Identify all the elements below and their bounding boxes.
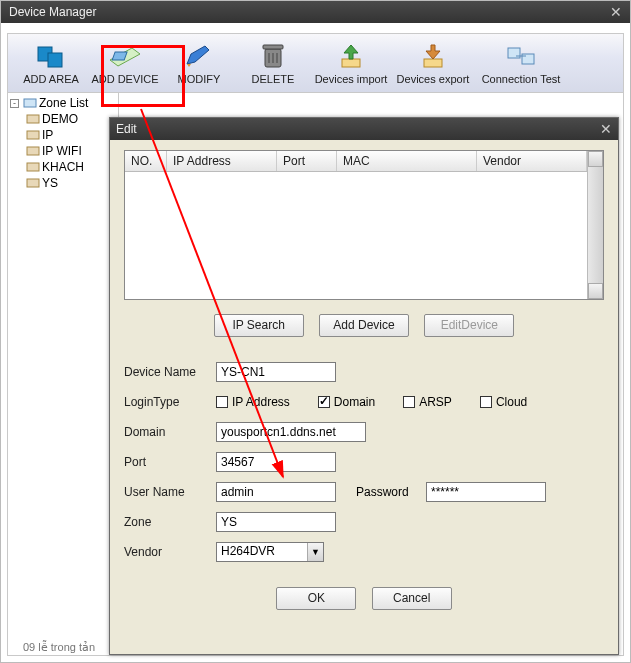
ip-address-checkbox[interactable] [216,396,228,408]
window-title: Device Manager [9,1,96,23]
vendor-value: H264DVR [217,543,307,561]
user-name-input[interactable] [216,482,336,502]
tree-root-label: Zone List [39,96,88,110]
svg-rect-13 [424,59,442,67]
tree-item-label: YS [42,176,58,190]
table-header: NO. IP Address Port MAC Vendor [125,151,587,172]
zone-icon [26,113,40,125]
col-mac[interactable]: MAC [337,151,477,171]
svg-marker-5 [187,64,191,67]
tree-item[interactable]: IP [10,127,116,143]
col-vendor[interactable]: Vendor [477,151,587,171]
user-name-label: User Name [124,485,216,499]
add-area-button[interactable]: ADD AREA [14,41,88,85]
import-icon [310,41,392,71]
domain-label: Domain [124,425,216,439]
svg-rect-23 [27,179,39,187]
cloud-checkbox[interactable] [480,396,492,408]
close-icon[interactable]: ✕ [600,121,612,137]
device-name-input[interactable] [216,362,336,382]
svg-marker-4 [187,46,209,64]
dialog-title: Edit [116,122,137,136]
collapse-icon[interactable]: - [10,99,19,108]
ip-search-button[interactable]: IP Search [214,314,304,337]
modify-icon [162,41,236,71]
zone-label: Zone [124,515,216,529]
svg-rect-11 [342,59,360,67]
arsp-cb-label: ARSP [419,395,452,409]
zone-icon [26,129,40,141]
tree-item[interactable]: IP WIFI [10,143,116,159]
col-port[interactable]: Port [277,151,337,171]
zone-icon [26,177,40,189]
modify-button[interactable]: MODIFY [162,41,236,85]
add-device-icon [88,41,162,71]
connection-test-button[interactable]: Connection Test [474,41,568,85]
dialog-titlebar: Edit ✕ [110,118,618,140]
device-table[interactable]: NO. IP Address Port MAC Vendor [124,150,604,300]
vendor-select[interactable]: H264DVR ▼ [216,542,324,562]
port-input[interactable] [216,452,336,472]
device-name-label: Device Name [124,365,216,379]
tree-item-label: DEMO [42,112,78,126]
port-label: Port [124,455,216,469]
tool-label: ADD DEVICE [88,73,162,85]
scrollbar[interactable] [587,151,603,299]
devices-import-button[interactable]: Devices import [310,41,392,85]
svg-rect-1 [48,53,62,67]
device-form: Device Name LoginType IP Address Domain … [124,357,604,567]
password-input[interactable] [426,482,546,502]
main-titlebar: Device Manager ✕ [1,1,630,23]
svg-marker-12 [344,45,358,59]
cancel-button[interactable]: Cancel [372,587,452,610]
zone-icon [26,145,40,157]
svg-rect-21 [27,147,39,155]
tool-label: DELETE [236,73,310,85]
zone-list-icon [23,97,37,109]
domain-cb-label: Domain [334,395,375,409]
ip-address-cb-label: IP Address [232,395,290,409]
domain-input[interactable] [216,422,366,442]
svg-rect-22 [27,163,39,171]
col-ip[interactable]: IP Address [167,151,277,171]
svg-rect-19 [27,115,39,123]
tree-item[interactable]: YS [10,175,116,191]
arsp-checkbox[interactable] [403,396,415,408]
add-area-icon [14,41,88,71]
zone-input[interactable] [216,512,336,532]
close-icon[interactable]: ✕ [610,1,622,23]
tool-label: MODIFY [162,73,236,85]
tool-label: Devices export [392,73,474,85]
login-type-label: LoginType [124,395,216,409]
cloud-cb-label: Cloud [496,395,527,409]
domain-checkbox[interactable] [318,396,330,408]
chevron-down-icon: ▼ [307,543,323,561]
ok-button[interactable]: OK [276,587,356,610]
tool-label: ADD AREA [14,73,88,85]
devices-export-button[interactable]: Devices export [392,41,474,85]
export-icon [392,41,474,71]
col-no[interactable]: NO. [125,151,167,171]
tree-root[interactable]: - Zone List [10,95,116,111]
edit-device-button: EditDevice [424,314,514,337]
password-label: Password [356,485,426,499]
tool-label: Devices import [310,73,392,85]
delete-button[interactable]: DELETE [236,41,310,85]
tree-item-label: KHACH [42,160,84,174]
add-device-dialog-button[interactable]: Add Device [319,314,409,337]
svg-marker-14 [426,45,440,59]
tree-item[interactable]: DEMO [10,111,116,127]
toolbar: ADD AREA ADD DEVICE MODIFY [7,33,624,93]
delete-icon [236,41,310,71]
tree-item-label: IP [42,128,53,142]
tree-item[interactable]: KHACH [10,159,116,175]
background-text: 09 lễ trong tản [23,641,95,654]
tree-item-label: IP WIFI [42,144,82,158]
tool-label: Connection Test [474,73,568,85]
table-body [125,172,587,299]
edit-dialog: Edit ✕ NO. IP Address Port MAC Vendor [109,117,619,655]
add-device-button[interactable]: ADD DEVICE [88,41,162,85]
zone-tree[interactable]: - Zone List DEMO IP IP WIFI [7,93,119,656]
zone-icon [26,161,40,173]
svg-rect-7 [263,45,283,49]
